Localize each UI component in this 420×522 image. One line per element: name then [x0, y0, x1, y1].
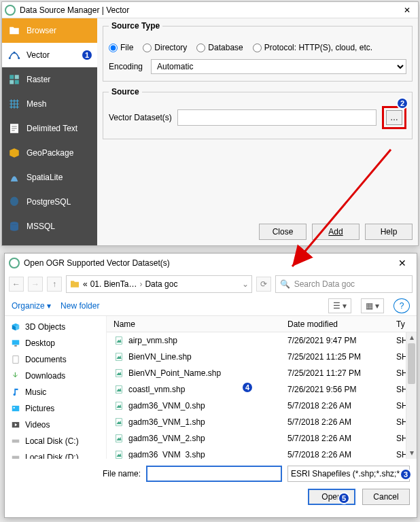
chevron-down-icon[interactable]: ⌄ — [242, 279, 249, 289]
titlebar[interactable]: Data Source Manager | Vector ✕ — [2, 2, 418, 18]
radio-protocol-input[interactable] — [253, 44, 262, 52]
add-button[interactable]: Add — [312, 224, 360, 240]
downloads-icon — [10, 370, 21, 381]
encoding-select[interactable]: Automatic — [151, 59, 406, 74]
sidebar-item-postgresql[interactable]: PostgreSQL — [2, 190, 97, 214]
breadcrumb[interactable]: « 01. BienTa… › Data goc ⌄ — [66, 275, 252, 293]
tree-item-documents[interactable]: Documents — [5, 351, 106, 368]
sidebar-item-label: Raster — [27, 75, 50, 84]
list-row[interactable]: airp_vnm.shp7/26/2021 9:47 PMSH — [107, 332, 417, 349]
data-source-manager-dialog: Data Source Manager | Vector ✕ Browser V… — [1, 1, 419, 246]
file-name: gadm36_VNM_1.shp — [128, 417, 205, 427]
file-name: airp_vnm.shp — [128, 336, 177, 345]
badge-4: 4 — [241, 381, 253, 394]
file-date: 7/25/2021 11:27 PM — [287, 368, 396, 378]
header-date[interactable]: Date modified — [287, 319, 396, 329]
sidebar-item-label: Delimited Text — [27, 124, 77, 133]
file-dialog-toolbar: Organize ▾ New folder ☰ ▾ ▦ ▾ ? — [5, 296, 417, 316]
tree-item-downloads[interactable]: Downloads — [5, 368, 106, 384]
filename-input[interactable] — [146, 466, 282, 482]
drive-icon — [10, 452, 21, 459]
file-dialog-titlebar[interactable]: Open OGR Supported Vector Dataset(s) ✕ — [5, 254, 417, 273]
badge-2: 2 — [396, 97, 408, 109]
svg-point-0 — [9, 57, 11, 59]
header-name[interactable]: Name — [107, 319, 287, 329]
svg-rect-14 — [12, 406, 20, 411]
search-input[interactable]: 🔍 Search Data goc — [275, 275, 413, 293]
sidebar-item-delimited-text[interactable]: Delimited Text — [2, 116, 97, 141]
help-icon[interactable]: ? — [393, 298, 410, 313]
vector-datasets-input[interactable] — [177, 109, 377, 126]
organize-menu[interactable]: Organize ▾ — [12, 301, 51, 311]
mssql-icon — [7, 220, 21, 233]
delimited-text-icon — [7, 122, 21, 135]
list-row[interactable]: BienVN_Point_Name.shp7/25/2021 11:27 PMS… — [107, 365, 417, 381]
search-placeholder: Search Data goc — [294, 279, 355, 289]
open-button[interactable]: Open 5 — [308, 489, 355, 505]
sidebar-item-browser[interactable]: Browser — [2, 18, 97, 43]
scrollbar[interactable]: ▴ ▾ — [406, 332, 417, 459]
radio-protocol[interactable]: Protocol: HTTP(S), cloud, etc. — [253, 43, 372, 52]
close-button[interactable]: Close — [259, 224, 307, 240]
forward-button[interactable]: → — [28, 277, 43, 292]
desktop-icon — [10, 338, 21, 349]
new-folder-button[interactable]: New folder — [60, 301, 99, 311]
file-name: gadm36_VNM_2.shp — [128, 434, 205, 443]
svg-rect-12 — [14, 345, 17, 347]
file-date: 7/26/2021 9:56 PM — [287, 385, 396, 394]
file-date: 5/7/2018 2:26 AM — [287, 434, 396, 443]
browse-button[interactable]: … — [386, 110, 402, 125]
scroll-down-icon[interactable]: ▾ — [406, 448, 417, 459]
list-row[interactable]: gadm36_VNM_0.shp5/7/2018 2:26 AMSH — [107, 398, 417, 414]
help-button[interactable]: Help — [365, 224, 413, 240]
view-list-button[interactable]: ☰ ▾ — [328, 298, 351, 313]
sidebar-item-geopackage[interactable]: GeoPackage — [2, 141, 97, 165]
sidebar-item-raster[interactable]: Raster — [2, 67, 97, 92]
sidebar-item-spatialite[interactable]: SpatiaLite — [2, 165, 97, 190]
refresh-button[interactable]: ⟳ — [256, 277, 271, 292]
radio-directory-input[interactable] — [143, 44, 152, 52]
radio-database[interactable]: Database — [196, 43, 243, 52]
list-row[interactable]: BienVN_Line.shp7/25/2021 11:25 PMSH — [107, 349, 417, 365]
list-row[interactable]: gadm36_VNM_2.shp5/7/2018 2:26 AMSH — [107, 430, 417, 447]
up-button[interactable]: ↑ — [47, 277, 62, 292]
close-icon[interactable]: ✕ — [392, 258, 413, 268]
sidebar-item-mesh[interactable]: Mesh — [2, 92, 97, 116]
filetype-select[interactable]: ESRI Shapefiles (*.shp;*.shz;*.sh 3 — [287, 466, 410, 482]
sidebar-item-vector[interactable]: Vector 1 — [2, 43, 97, 67]
tree-item-videos[interactable]: Videos — [5, 417, 106, 433]
breadcrumb-seg[interactable]: 01. BienTa… — [90, 279, 137, 289]
sidebar-item-mssql[interactable]: MSSQL — [2, 214, 97, 239]
drive-icon — [10, 436, 21, 447]
tree-item-desktop[interactable]: Desktop — [5, 335, 106, 351]
breadcrumb-seg[interactable]: Data goc — [145, 279, 177, 289]
list-row[interactable]: coastl_vnm.shp7/26/2021 9:56 PMSH — [107, 381, 417, 398]
tree-item-music[interactable]: Music — [5, 384, 106, 400]
list-header[interactable]: Name Date modified Ty — [107, 316, 417, 332]
file-dialog-nav: ← → ↑ « 01. BienTa… › Data goc ⌄ ⟳ 🔍 Sea… — [5, 273, 417, 296]
cancel-button[interactable]: Cancel — [362, 489, 410, 505]
radio-database-input[interactable] — [196, 44, 205, 52]
scroll-up-icon[interactable]: ▴ — [406, 332, 417, 343]
radio-file-input[interactable] — [109, 44, 118, 52]
list-row[interactable]: gadm36_VNM_1.shp5/7/2018 2:26 AMSH — [107, 414, 417, 430]
view-details-button[interactable]: ▦ ▾ — [361, 298, 384, 313]
close-icon[interactable]: ✕ — [399, 2, 415, 18]
tree-item-pictures[interactable]: Pictures — [5, 400, 106, 417]
list-row[interactable]: gadm36_VNM_3.shp5/7/2018 2:26 AMSH — [107, 447, 417, 459]
tree-item-local-disk-c[interactable]: Local Disk (C:) — [5, 433, 106, 449]
back-button[interactable]: ← — [9, 277, 24, 292]
scroll-thumb[interactable] — [408, 343, 415, 384]
tree-item-3d-objects[interactable]: 3D Objects — [5, 319, 106, 335]
radio-file[interactable]: File — [109, 43, 133, 52]
app-icon — [9, 258, 20, 268]
main-panel: Source Type File Directory Database Prot… — [97, 18, 418, 245]
file-date: 5/7/2018 2:26 AM — [287, 450, 396, 459]
tree-item-local-disk-d[interactable]: Local Disk (D:) — [5, 449, 106, 459]
badge-1: 1 — [81, 49, 93, 61]
filename-label: File name: — [103, 469, 141, 478]
header-type[interactable]: Ty — [396, 319, 417, 329]
breadcrumb-root[interactable]: « — [83, 279, 88, 289]
svg-rect-17 — [12, 440, 20, 443]
radio-directory[interactable]: Directory — [143, 43, 187, 52]
